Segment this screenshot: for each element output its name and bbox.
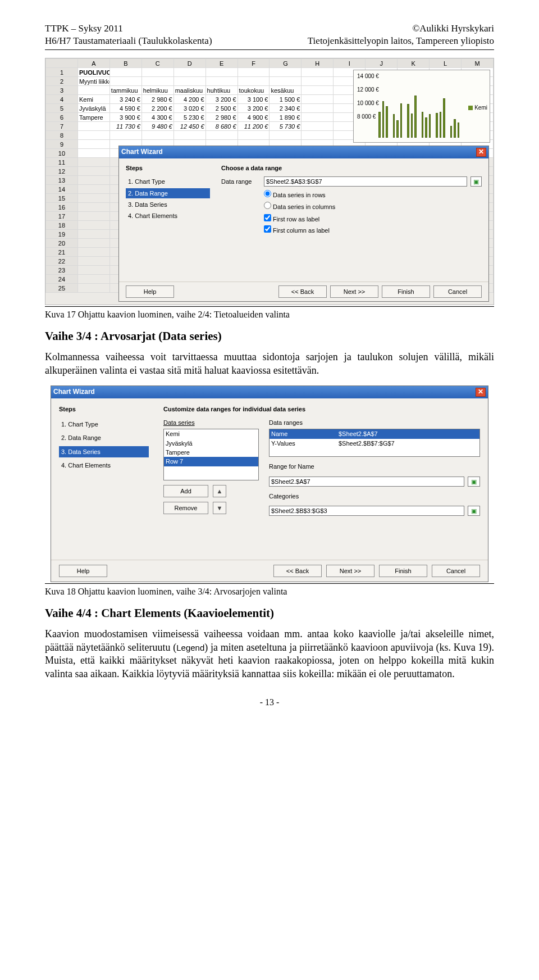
- cell[interactable]: [205, 131, 237, 140]
- cell[interactable]: 2 200 €: [141, 104, 173, 113]
- cell[interactable]: [302, 122, 334, 131]
- cell[interactable]: [302, 131, 334, 140]
- col-header[interactable]: G: [270, 59, 302, 68]
- cell[interactable]: [302, 77, 334, 86]
- col-header[interactable]: D: [173, 59, 205, 68]
- range-for-name-input[interactable]: [269, 477, 464, 487]
- cell[interactable]: [77, 122, 109, 131]
- cell[interactable]: 1 890 €: [270, 113, 302, 122]
- cell[interactable]: 3 900 €: [109, 113, 141, 122]
- cell[interactable]: [77, 257, 109, 266]
- cancel-button[interactable]: Cancel: [433, 285, 482, 298]
- row-header[interactable]: 4: [46, 95, 78, 104]
- cell[interactable]: 2 980 €: [141, 95, 173, 104]
- wizard-step[interactable]: 1. Chart Type: [126, 176, 210, 187]
- help-button[interactable]: Help: [126, 285, 174, 298]
- cell[interactable]: [237, 77, 270, 86]
- col-header[interactable]: F: [237, 59, 270, 68]
- row-header[interactable]: 15: [46, 194, 78, 203]
- data-ranges-list[interactable]: Name$Sheet2.$A$7Y-Values$Sheet2.$B$7:$G$…: [269, 429, 480, 457]
- close-icon[interactable]: ✕: [476, 148, 486, 157]
- cell[interactable]: [141, 68, 173, 77]
- cell[interactable]: 9 480 €: [141, 122, 173, 131]
- cell[interactable]: 11 730 €: [109, 122, 141, 131]
- cell[interactable]: [205, 77, 237, 86]
- col-header[interactable]: I: [334, 59, 366, 68]
- cell[interactable]: [77, 266, 109, 275]
- cell[interactable]: [109, 131, 141, 140]
- cell[interactable]: [141, 77, 173, 86]
- col-header[interactable]: H: [302, 59, 334, 68]
- cell[interactable]: [77, 221, 109, 230]
- cell[interactable]: PUOLIVUOSIKATSAUS: [77, 68, 109, 77]
- cell[interactable]: helmikuu: [141, 86, 173, 95]
- wizard-step[interactable]: 2. Data Range: [59, 432, 149, 443]
- cell[interactable]: 11 200 €: [237, 122, 270, 131]
- cell[interactable]: [302, 113, 334, 122]
- cell[interactable]: Kemi: [77, 95, 109, 104]
- row-header[interactable]: 20: [46, 239, 78, 248]
- cell[interactable]: toukokuu: [237, 86, 270, 95]
- col-header[interactable]: A: [77, 59, 109, 68]
- cell[interactable]: [77, 149, 109, 158]
- col-header[interactable]: K: [398, 59, 430, 68]
- row-header[interactable]: 12: [46, 167, 78, 176]
- radio-columns[interactable]: Data series in columns: [264, 202, 482, 211]
- next-button[interactable]: Next >>: [330, 285, 378, 298]
- cell[interactable]: 2 500 €: [205, 104, 237, 113]
- row-header[interactable]: 5: [46, 104, 78, 113]
- cell[interactable]: [302, 104, 334, 113]
- col-header[interactable]: C: [141, 59, 173, 68]
- cell[interactable]: [77, 86, 109, 95]
- data-series-list[interactable]: KemiJyväskyläTampereRow 7: [163, 429, 259, 480]
- back-button[interactable]: << Back: [278, 285, 327, 298]
- cell[interactable]: 2 980 €: [205, 113, 237, 122]
- dialog-titlebar[interactable]: Chart Wizard ✕: [51, 386, 488, 398]
- data-series-item[interactable]: Kemi: [164, 429, 258, 438]
- cell[interactable]: [77, 167, 109, 176]
- categories-input[interactable]: [269, 506, 464, 516]
- cell[interactable]: [270, 131, 302, 140]
- cell[interactable]: 1 500 €: [270, 95, 302, 104]
- next-button[interactable]: Next >>: [326, 565, 374, 577]
- back-button[interactable]: << Back: [273, 565, 322, 577]
- move-down-icon[interactable]: ▼: [213, 502, 226, 514]
- row-header[interactable]: 6: [46, 113, 78, 122]
- wizard-step[interactable]: 2. Data Range: [126, 188, 210, 198]
- cell[interactable]: 4 900 €: [237, 113, 270, 122]
- row-header[interactable]: 1: [46, 68, 78, 77]
- cell[interactable]: [302, 68, 334, 77]
- cell[interactable]: [237, 68, 270, 77]
- cell[interactable]: [205, 68, 237, 77]
- cell[interactable]: [77, 176, 109, 185]
- cell[interactable]: [77, 158, 109, 167]
- wizard-step[interactable]: 3. Data Series: [126, 199, 210, 210]
- col-header[interactable]: M: [461, 59, 493, 68]
- shrink-icon[interactable]: ▣: [468, 506, 480, 516]
- row-header[interactable]: 24: [46, 275, 78, 284]
- shrink-icon[interactable]: ▣: [468, 477, 480, 487]
- cell[interactable]: 12 450 €: [173, 122, 205, 131]
- help-button[interactable]: Help: [59, 565, 107, 577]
- finish-button[interactable]: Finish: [382, 285, 430, 298]
- data-range-input[interactable]: [264, 176, 467, 187]
- cell[interactable]: [77, 284, 109, 293]
- cell[interactable]: [77, 239, 109, 248]
- cell[interactable]: [237, 131, 270, 140]
- cell[interactable]: 4 300 €: [141, 113, 173, 122]
- cell[interactable]: [270, 77, 302, 86]
- row-header[interactable]: 17: [46, 212, 78, 221]
- cell[interactable]: 2 340 €: [270, 104, 302, 113]
- cell[interactable]: huhtikuu: [205, 86, 237, 95]
- cell[interactable]: maaliskuu: [173, 86, 205, 95]
- cell[interactable]: [77, 230, 109, 239]
- row-header[interactable]: 8: [46, 131, 78, 140]
- shrink-icon[interactable]: ▣: [471, 176, 482, 187]
- row-header[interactable]: 10: [46, 149, 78, 158]
- cell[interactable]: 5 730 €: [270, 122, 302, 131]
- add-button[interactable]: Add: [163, 485, 208, 497]
- chk-first-row-label[interactable]: First row as label: [264, 214, 482, 223]
- col-header[interactable]: E: [205, 59, 237, 68]
- cell[interactable]: [141, 131, 173, 140]
- wizard-step[interactable]: 1. Chart Type: [59, 419, 149, 430]
